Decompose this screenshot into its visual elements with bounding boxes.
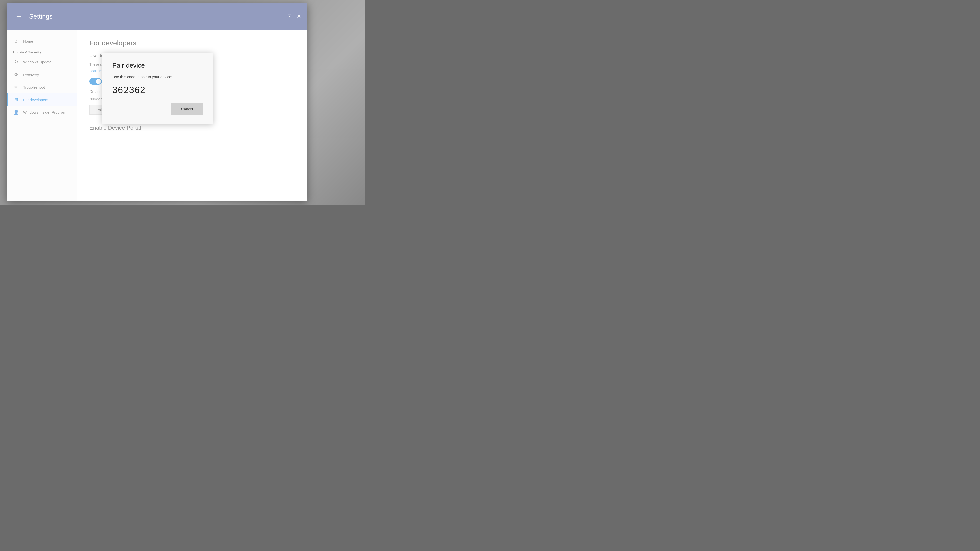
dialog-buttons: Cancel — [113, 103, 203, 115]
cancel-button[interactable]: Cancel — [171, 103, 203, 115]
pair-device-dialog: Pair device Use this code to pair to you… — [102, 53, 213, 124]
dialog-code: 362362 — [113, 85, 203, 95]
dialog-title: Pair device — [113, 62, 203, 70]
dialog-description: Use this code to pair to your device: — [113, 75, 203, 79]
settings-window: ← Settings ⊡ ✕ ⌂ Home Update & Security … — [7, 3, 307, 201]
